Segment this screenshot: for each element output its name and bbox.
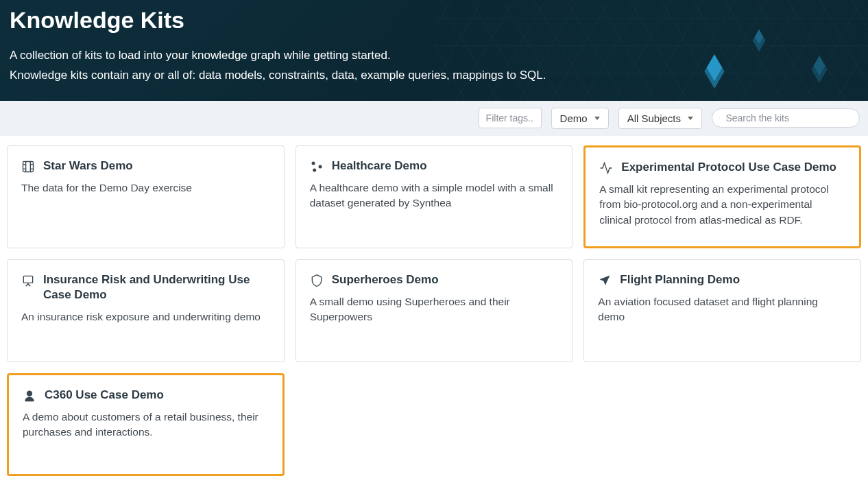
card-title-row: Insurance Risk and Underwriting Use Case… [21,272,270,303]
kit-card[interactable]: Star Wars DemoThe data for the Demo Day … [7,145,285,248]
card-title: C360 Use Case Demo [45,388,164,403]
activity-icon [599,161,613,175]
caret-down-icon [688,117,693,120]
card-title: Star Wars Demo [43,158,133,174]
card-title-row: Flight Planning Demo [598,272,847,287]
card-description: A healthcare demo with a simple model wi… [310,180,559,211]
search-icon [719,113,720,123]
card-description: An insurance risk exposure and underwrit… [21,309,270,324]
card-title-row: Superheroes Demo [310,272,559,287]
card-title: Flight Planning Demo [620,272,740,287]
kit-card[interactable]: Insurance Risk and Underwriting Use Case… [7,259,285,362]
search-input[interactable] [725,113,845,123]
card-title-row: Star Wars Demo [21,158,270,174]
card-title: Experimental Protocol Use Case Demo [621,160,836,175]
svg-point-0 [719,118,720,119]
kit-card[interactable]: Healthcare DemoA healthcare demo with a … [296,145,573,248]
card-title-row: Experimental Protocol Use Case Demo [599,160,845,175]
card-description: A demo about customers of a retail busin… [23,410,269,440]
shield-icon [310,274,324,287]
presentation-icon [21,274,35,287]
page-title: Knowledge Kits [10,7,858,34]
card-title-row: Healthcare Demo [310,158,559,174]
user-icon [23,389,36,403]
kits-grid: Star Wars DemoThe data for the Demo Day … [0,136,868,485]
card-title: Superheroes Demo [332,272,439,287]
card-description: A small kit representing an experimental… [599,182,845,228]
card-description: A small demo using Superheroes and their… [310,294,559,325]
plane-icon [598,274,612,287]
card-title: Insurance Risk and Underwriting Use Case… [43,272,270,303]
kit-card[interactable]: Superheroes DemoA small demo using Super… [296,259,573,362]
kit-card[interactable]: C360 Use Case DemoA demo about customers… [7,373,285,476]
page-header: Knowledge Kits A collection of kits to l… [0,0,868,101]
card-title-row: C360 Use Case Demo [23,388,269,403]
filter-tags-input[interactable] [479,108,542,128]
share-icon [310,160,324,174]
filter-bar: Demo All Subjects [0,101,868,136]
arrow-right-icon[interactable] [851,112,852,124]
card-description: The data for the Demo Day exercise [21,180,270,196]
caret-down-icon [594,117,600,120]
card-title: Healthcare Demo [332,158,427,174]
page-subtitle-1: A collection of kits to load into your k… [10,46,858,66]
film-icon [21,160,35,174]
card-description: An aviation focused dataset and flight p… [598,294,847,325]
demo-select-label: Demo [560,113,588,124]
kit-card[interactable]: Experimental Protocol Use Case DemoA sma… [583,145,861,248]
kit-card[interactable]: Flight Planning DemoAn aviation focused … [583,259,861,362]
search-box[interactable] [712,108,860,128]
subjects-select-label: All Subjects [627,113,681,124]
page-subtitle-2: Knowledge kits contain any or all of: da… [10,66,858,86]
demo-select[interactable]: Demo [551,108,609,129]
subjects-select[interactable]: All Subjects [618,108,702,129]
